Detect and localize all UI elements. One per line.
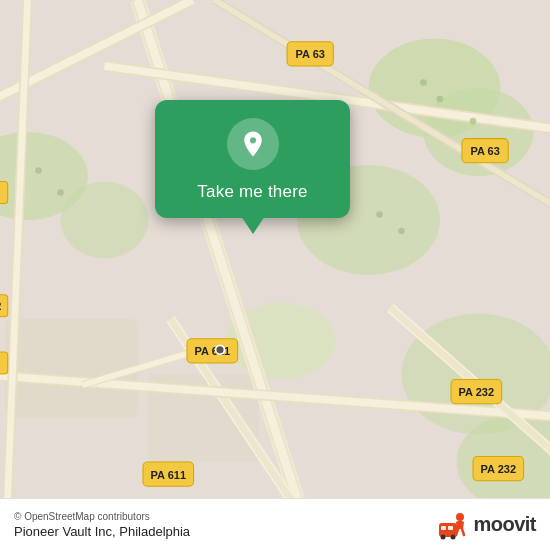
moovit-logo: moovit (435, 509, 536, 541)
svg-point-50 (216, 345, 225, 354)
svg-point-54 (376, 211, 383, 218)
svg-line-65 (462, 529, 464, 535)
map-background: PA 63 PA 63 PA 611 PA 611 PA 232 PA 232 … (0, 0, 550, 550)
svg-point-52 (437, 96, 444, 103)
svg-point-63 (456, 513, 464, 521)
svg-point-56 (35, 167, 42, 174)
svg-point-62 (451, 534, 456, 539)
svg-rect-44 (0, 182, 8, 204)
svg-rect-9 (6, 319, 138, 418)
take-me-there-button[interactable]: Take me there (197, 182, 307, 202)
svg-text:PA 232: PA 232 (481, 463, 516, 475)
svg-point-61 (441, 534, 446, 539)
svg-point-57 (57, 189, 64, 196)
moovit-brand-text: moovit (473, 513, 536, 536)
svg-rect-59 (441, 526, 446, 530)
svg-text:PA 63: PA 63 (470, 145, 499, 157)
svg-text:PA 63: PA 63 (296, 48, 325, 60)
bottom-bar: © OpenStreetMap contributors Pioneer Vau… (0, 498, 550, 550)
svg-rect-46 (0, 352, 8, 374)
svg-text:PA 232: PA 232 (459, 386, 494, 398)
svg-point-4 (61, 182, 149, 259)
svg-text:152: 152 (0, 300, 1, 312)
popup-card: Take me there (155, 100, 350, 218)
svg-point-55 (398, 228, 405, 235)
moovit-icon (435, 509, 467, 541)
place-name: Pioneer Vault Inc, Philadelphia (14, 524, 190, 539)
svg-text:PA 611: PA 611 (151, 469, 186, 481)
map-container: PA 63 PA 63 PA 611 PA 611 PA 232 PA 232 … (0, 0, 550, 550)
location-pin-icon (238, 129, 268, 159)
bottom-info: © OpenStreetMap contributors Pioneer Vau… (14, 511, 190, 539)
location-icon-wrapper (227, 118, 279, 170)
svg-point-53 (470, 118, 477, 125)
svg-rect-60 (448, 526, 453, 530)
osm-attribution: © OpenStreetMap contributors (14, 511, 190, 522)
svg-point-51 (420, 79, 427, 86)
